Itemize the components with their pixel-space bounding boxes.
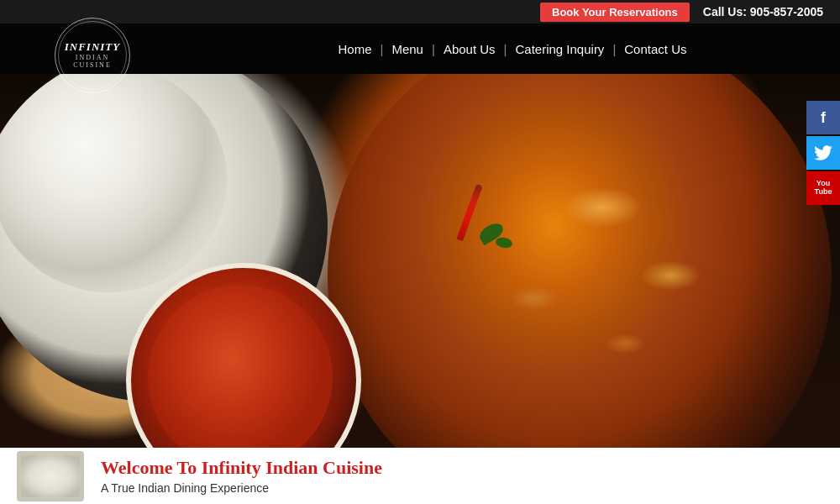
nav-catering[interactable]: Catering Inquiry xyxy=(510,42,609,56)
logo-inner: INFINITY INDIAN CUISINE xyxy=(58,21,127,90)
youtube-button[interactable]: You Tube xyxy=(806,171,840,205)
nav-menu[interactable]: Menu xyxy=(386,42,428,56)
logo-circle: INFINITY INDIAN CUISINE xyxy=(55,18,130,93)
nav-home[interactable]: Home xyxy=(333,42,377,56)
nav-sep-2: | xyxy=(432,42,435,56)
social-sidebar: f You Tube xyxy=(806,101,840,207)
logo-subtitle: INDIAN CUISINE xyxy=(59,54,126,69)
logo-title: INFINITY xyxy=(65,41,121,53)
food-thumbnail xyxy=(17,451,84,501)
main-nav: Home | Menu | About Us | Catering Inquir… xyxy=(185,42,840,56)
sauce-bowl-inner xyxy=(148,285,333,448)
bottom-section: Welcome To Infinity Indian Cuisine A Tru… xyxy=(0,448,840,504)
logo-area: INFINITY INDIAN CUISINE xyxy=(0,5,185,93)
nav-about[interactable]: About Us xyxy=(438,42,501,56)
nav-sep-3: | xyxy=(504,42,507,56)
hero-section xyxy=(0,74,840,448)
reservation-button[interactable]: Book Your Reservations xyxy=(540,3,690,22)
twitter-button[interactable] xyxy=(806,136,840,170)
welcome-title: Welcome To Infinity Indian Cuisine xyxy=(101,457,823,479)
nav-sep-1: | xyxy=(381,42,384,56)
header: INFINITY INDIAN CUISINE Home | Menu | Ab… xyxy=(0,24,840,74)
welcome-text-area: Welcome To Infinity Indian Cuisine A Tru… xyxy=(101,457,823,494)
nav-contact[interactable]: Contact Us xyxy=(619,42,691,56)
welcome-subtitle: A True Indian Dining Experience xyxy=(101,481,823,495)
rice-detail xyxy=(0,74,227,292)
facebook-button[interactable]: f xyxy=(806,101,840,134)
nav-sep-4: | xyxy=(612,42,616,56)
phone-number: Call Us: 905-857-2005 xyxy=(703,5,823,18)
curry-detail xyxy=(353,74,806,448)
twitter-icon xyxy=(814,145,832,160)
food-thumbnail-inner xyxy=(21,455,80,497)
curry-bowl-image xyxy=(328,74,832,448)
